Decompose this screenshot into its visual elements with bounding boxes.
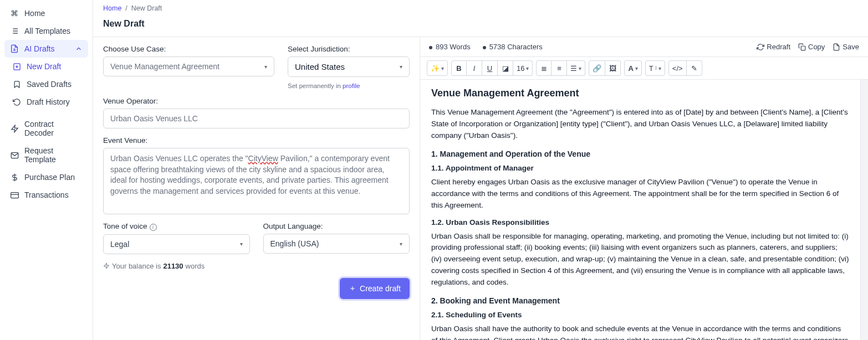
link-button[interactable]: 🔗 (589, 60, 605, 76)
dollar-icon (10, 173, 19, 182)
doc-heading: 1. Management and Operation of the Venue (431, 150, 849, 158)
redraft-button[interactable]: Redraft (757, 43, 790, 51)
plus-square-icon (12, 62, 21, 71)
nav-label: All Templates (24, 27, 70, 35)
sidebar: ⌘ Home All Templates AI Drafts New Draft… (0, 0, 93, 340)
nav-new-draft[interactable]: New Draft (4, 58, 88, 75)
svg-rect-14 (11, 192, 18, 198)
nav-contract-decoder[interactable]: Contract Decoder (4, 115, 88, 142)
format-button[interactable]: T⁞▾ (645, 60, 665, 76)
editor-panel: 893 Words 5738 Characters Redraft Copy S… (420, 37, 868, 340)
nav-label: Saved Drafts (27, 80, 72, 89)
highlight-button[interactable]: ◪ (498, 60, 513, 76)
page-title: New Draft (93, 17, 868, 37)
highlight-icon: ◪ (502, 64, 509, 73)
chevron-down-icon: ▾ (264, 64, 267, 70)
copy-button[interactable]: Copy (798, 43, 825, 51)
align-button[interactable]: ☰▾ (567, 60, 585, 76)
tone-value: Legal (110, 240, 129, 249)
jurisdiction-select[interactable]: United States ▾ (288, 56, 410, 77)
use-case-select[interactable]: Venue Management Agreement ▾ (103, 56, 274, 76)
history-icon (12, 97, 21, 106)
nav-label: New Draft (27, 62, 61, 71)
use-case-label: Choose Use Case: (103, 45, 274, 53)
link-icon: 🔗 (593, 64, 601, 73)
save-label: Save (843, 43, 859, 51)
event-venue-label: Event Venue: (103, 136, 410, 145)
venue-operator-input[interactable] (103, 109, 410, 128)
underline-button[interactable]: U (482, 60, 498, 76)
textcolor-button[interactable]: A▾ (624, 60, 641, 76)
scrollbar[interactable] (860, 80, 868, 340)
nav-all-templates[interactable]: All Templates (4, 22, 88, 40)
number-list-button[interactable]: ≡ (552, 60, 567, 76)
pen-icon: ✎ (691, 64, 697, 73)
bookmark-icon (12, 80, 21, 89)
doc-paragraph: Urban Oasis shall be responsible for man… (431, 231, 849, 289)
image-button[interactable]: 🖼 (605, 60, 621, 76)
bold-button[interactable]: B (451, 60, 467, 76)
bolt-icon (10, 124, 19, 133)
doc-paragraph: Client hereby engages Urban Oasis as the… (431, 177, 849, 212)
edit-button[interactable]: ✎ (687, 60, 702, 76)
create-draft-button[interactable]: ＋ Create draft (340, 278, 410, 299)
output-lang-select[interactable]: English (USA) ▾ (263, 234, 410, 254)
nav-purchase-plan[interactable]: Purchase Plan (4, 168, 88, 186)
nav-ai-drafts[interactable]: AI Drafts (4, 40, 88, 58)
jurisdiction-note: Set permanently in profile (288, 83, 410, 89)
chevron-down-icon: ▾ (579, 65, 581, 71)
jurisdiction-label: Select Jurisdiction: (288, 45, 410, 53)
file-icon (833, 43, 840, 51)
nav-label: Contract Decoder (24, 120, 83, 137)
nav-draft-history[interactable]: Draft History (4, 93, 88, 111)
refresh-icon (757, 43, 764, 51)
chevron-down-icon: ▾ (400, 241, 402, 247)
doc-subheading: 1.1. Appointment of Manager (431, 164, 849, 172)
chevron-down-icon: ▾ (400, 64, 402, 70)
bullet-list-button[interactable]: ≣ (536, 60, 552, 76)
doc-heading: 2. Booking and Event Management (431, 296, 849, 305)
nav-home[interactable]: ⌘ Home (4, 4, 88, 22)
magic-button[interactable]: ✨▾ (427, 60, 448, 76)
redraft-label: Redraft (767, 43, 790, 51)
nav-label: AI Drafts (24, 44, 54, 53)
profile-link[interactable]: profile (343, 83, 360, 89)
mail-icon (10, 151, 19, 159)
list-ul-icon: ≣ (541, 64, 547, 73)
fontsize-select[interactable]: 16▾ (513, 60, 533, 76)
document-body[interactable]: Venue Management Agreement This Venue Ma… (420, 80, 860, 340)
breadcrumb-sep: / (125, 4, 127, 12)
list-ol-icon: ≡ (557, 64, 561, 73)
align-icon: ☰ (570, 64, 577, 73)
doc-paragraph: This Venue Management Agreement (the "Ag… (431, 107, 849, 142)
char-count: 5738 Characters (489, 43, 543, 51)
italic-button[interactable]: I (467, 60, 482, 76)
svg-rect-17 (801, 46, 805, 50)
output-lang-value: English (USA) (270, 239, 319, 248)
breadcrumb-home[interactable]: Home (103, 4, 121, 12)
breadcrumb-current: New Draft (131, 4, 162, 12)
use-case-value: Venue Management Agreement (110, 62, 219, 71)
main: Home / New Draft New Draft Choose Use Ca… (93, 0, 868, 340)
save-button[interactable]: Save (833, 43, 859, 51)
svg-marker-16 (104, 263, 109, 269)
nav-saved-drafts[interactable]: Saved Drafts (4, 75, 88, 93)
image-icon: 🖼 (609, 64, 616, 73)
info-icon[interactable]: i (150, 224, 157, 231)
tone-label: Tone of voicei (103, 222, 250, 231)
nav-label: Transactions (24, 190, 69, 199)
event-venue-textarea[interactable]: Urban Oasis Venues LLC operates the "Cit… (103, 148, 410, 214)
word-count: 893 Words (436, 43, 471, 51)
output-lang-label: Output Language: (263, 222, 410, 230)
nav-request-template[interactable]: Request Template (4, 142, 88, 168)
chevron-down-icon: ▾ (240, 241, 243, 247)
nav-transactions[interactable]: Transactions (4, 186, 88, 204)
toolbar: ✨▾ B I U ◪ 16▾ ≣ ≡ ☰▾ 🔗 🖼 (420, 56, 868, 80)
form-panel: Choose Use Case: Venue Management Agreem… (93, 37, 420, 340)
tone-select[interactable]: Legal ▾ (103, 234, 250, 254)
nav-label: Draft History (27, 97, 70, 106)
chevron-up-icon (75, 45, 83, 53)
code-button[interactable]: </> (668, 60, 687, 76)
chevron-down-icon: ▾ (526, 65, 529, 71)
copy-label: Copy (808, 43, 825, 51)
